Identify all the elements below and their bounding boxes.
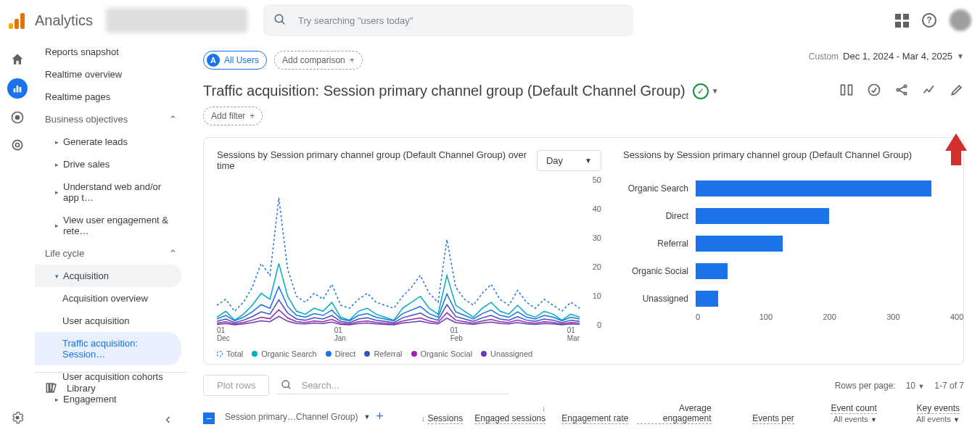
segment-all-users[interactable]: AAll Users: [203, 51, 267, 70]
svg-point-0: [275, 14, 283, 22]
callout-arrow: [945, 133, 967, 165]
select-all-checkbox[interactable]: −: [203, 413, 215, 424]
nav-user-acq[interactable]: User acquisition: [35, 310, 187, 332]
rows-per-page-select[interactable]: 10 ▼: [906, 381, 925, 391]
search-icon: [281, 379, 292, 391]
add-comparison-button[interactable]: Add comparison+: [274, 51, 363, 70]
svg-marker-18: [945, 133, 967, 165]
nav-snapshot[interactable]: Reports snapshot: [35, 41, 187, 63]
nav-business-objectives[interactable]: Business objectives⌃: [35, 108, 187, 130]
apps-icon[interactable]: [895, 14, 909, 28]
add-dimension-icon[interactable]: +: [376, 409, 384, 424]
rows-per-page-label: Rows per page:: [835, 381, 896, 391]
svg-line-1: [281, 21, 284, 24]
pager-range: 1-7 of 7: [934, 381, 964, 391]
collapse-nav-icon[interactable]: [164, 415, 173, 426]
svg-point-15: [897, 88, 899, 91]
svg-point-19: [282, 381, 289, 387]
avatar[interactable]: [950, 9, 971, 31]
nav-realtime-overview[interactable]: Realtime overview: [35, 63, 187, 86]
col-eng-rate[interactable]: Engagement rate: [550, 413, 633, 424]
svg-point-14: [869, 85, 880, 96]
nav-generate-leads[interactable]: ▸Generate leads: [35, 130, 187, 153]
search-icon: [273, 13, 287, 28]
svg-point-16: [904, 85, 906, 87]
line-chart-title: Sessions by Session primary channel grou…: [217, 149, 537, 171]
dimension-header[interactable]: Session primary…Channel Group)▼ +: [225, 409, 384, 424]
table-search[interactable]: Search...: [276, 376, 508, 394]
col-sessions[interactable]: ↓ Sessions: [384, 413, 467, 424]
brand-text: Analytics: [35, 12, 93, 29]
ga-logo: [9, 12, 26, 29]
svg-rect-10: [46, 384, 49, 392]
svg-rect-3: [17, 86, 19, 92]
nav-acq-overview[interactable]: Acquisition overview: [35, 287, 187, 310]
bar-chart: Organic SearchDirectReferralOrganic Soci…: [623, 175, 950, 312]
chevron-down-icon[interactable]: ▼: [712, 87, 719, 95]
nav-acquisition[interactable]: ▾Acquisition: [35, 265, 181, 287]
nav-understand[interactable]: ▸Understand web and/or app t…: [35, 175, 187, 209]
nav-drive-sales[interactable]: ▸Drive sales: [35, 153, 187, 175]
explore-icon[interactable]: [9, 109, 26, 126]
reports-icon[interactable]: [7, 78, 28, 99]
col-event-count[interactable]: Event countAll events ▼: [799, 403, 881, 424]
property-selector[interactable]: [106, 8, 247, 33]
add-filter-button[interactable]: Add filter+: [203, 107, 263, 125]
svg-rect-13: [849, 85, 852, 94]
svg-point-9: [16, 416, 20, 420]
verified-icon[interactable]: ✓: [693, 83, 709, 99]
svg-point-8: [16, 144, 20, 147]
nav-traffic-acq[interactable]: Traffic acquisition: Session…: [35, 332, 181, 365]
ads-icon[interactable]: [9, 136, 26, 154]
library-icon: [45, 381, 58, 394]
col-engaged[interactable]: ↓ Engaged sessions: [467, 403, 550, 424]
page-title: Traffic acquisition: Session primary cha…: [203, 83, 685, 99]
svg-point-6: [16, 116, 20, 120]
svg-rect-2: [14, 88, 16, 92]
line-chart: 50403020100 01Dec01Jan01Feb01Mar: [217, 175, 601, 342]
svg-rect-12: [841, 85, 845, 94]
search-input[interactable]: Try searching "users today": [263, 4, 633, 36]
granularity-select[interactable]: Day▼: [537, 150, 601, 171]
col-events-per[interactable]: Events per: [716, 413, 799, 424]
compare-icon[interactable]: [839, 83, 854, 99]
share-icon[interactable]: [894, 83, 909, 99]
insights-icon[interactable]: [867, 83, 881, 99]
date-range-picker[interactable]: CustomDec 1, 2024 - Mar 4, 2025▼: [809, 51, 964, 62]
svg-point-7: [12, 140, 22, 149]
home-icon[interactable]: [9, 51, 26, 68]
svg-rect-4: [20, 87, 22, 92]
plot-rows-button[interactable]: Plot rows: [203, 375, 269, 396]
edit-icon[interactable]: [950, 83, 964, 99]
nav-realtime-pages[interactable]: Realtime pages: [35, 86, 187, 108]
bar-chart-title: Sessions by Session primary channel grou…: [623, 149, 950, 160]
search-placeholder: Try searching "users today": [298, 15, 413, 26]
nav-library[interactable]: Library: [35, 372, 187, 403]
line-legend: TotalOrganic SearchDirectReferralOrganic…: [217, 349, 601, 358]
nav-life-cycle[interactable]: Life cycle⌃: [35, 242, 187, 265]
svg-line-20: [288, 386, 290, 389]
col-avg-eng[interactable]: Average engagement: [633, 403, 715, 424]
trend-icon[interactable]: [922, 83, 936, 99]
help-icon[interactable]: ?: [922, 13, 936, 28]
settings-icon[interactable]: [9, 409, 26, 426]
svg-point-17: [904, 92, 906, 94]
nav-view-engagement[interactable]: ▸View user engagement & rete…: [35, 209, 187, 242]
col-key-events[interactable]: Key eventsAll events ▼: [881, 403, 964, 424]
